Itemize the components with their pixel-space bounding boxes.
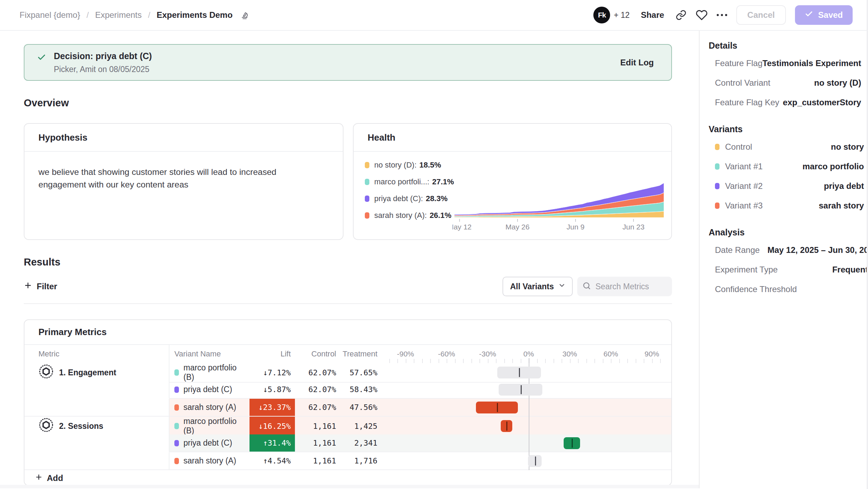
variant-swatch bbox=[174, 423, 179, 429]
variant-swatch bbox=[174, 404, 179, 411]
breadcrumb-experiments[interactable]: Experiments bbox=[95, 10, 142, 20]
lift-cell: ↓23.37% bbox=[249, 399, 295, 417]
variant-swatch bbox=[715, 203, 719, 209]
panel-row: Variant #3sarah story (A) bbox=[709, 196, 868, 215]
breadcrumb-app[interactable]: Fixpanel {demo} bbox=[20, 10, 80, 20]
column-lift: Lift bbox=[249, 345, 295, 363]
main-content: Decision: priya debt (C) Picker, Amit on… bbox=[0, 31, 699, 488]
divider bbox=[24, 303, 672, 304]
cancel-button[interactable]: Cancel bbox=[736, 5, 786, 25]
axis-tick-label: 30% bbox=[562, 350, 577, 358]
variant-name-cell: sarah story (A) bbox=[169, 452, 249, 470]
svg-text:May 26: May 26 bbox=[506, 223, 530, 231]
legend-label: sarah story (A): bbox=[374, 211, 427, 220]
treatment-cell: 47.56% bbox=[336, 399, 377, 417]
variants-filter-dropdown[interactable]: All Variants bbox=[502, 277, 573, 296]
metric-row[interactable]: 2. Sessionsmarco portfolio (B)↓16.25%1,1… bbox=[24, 417, 671, 434]
copy-link-icon[interactable] bbox=[675, 9, 687, 21]
panel-section-title: Details bbox=[709, 41, 868, 51]
overview-heading: Overview bbox=[24, 98, 672, 108]
metrics-table-body: 1. Engagementmarco portfolio (B)↓7.12%62… bbox=[24, 363, 671, 470]
svg-text:Jun 9: Jun 9 bbox=[566, 223, 584, 231]
axis-tick-label: -60% bbox=[438, 350, 455, 358]
variant-name-cell: marco portfolio (B) bbox=[169, 417, 249, 436]
metric-target-icon bbox=[38, 364, 54, 381]
metric-row[interactable]: priya debt (C)↑31.4%1,1612,341 bbox=[24, 434, 671, 452]
check-icon bbox=[37, 53, 46, 63]
breadcrumb: Fixpanel {demo} / Experiments / Experime… bbox=[20, 10, 249, 20]
control-cell: 1,161 bbox=[295, 434, 336, 452]
variant-label: priya debt (C) bbox=[183, 385, 232, 394]
panel-row: Control Variantno story (D) bbox=[709, 73, 868, 93]
health-card: Health no story (D): 18.5% marco portfol… bbox=[353, 123, 672, 240]
add-filter-button[interactable]: Filter bbox=[24, 281, 57, 292]
panel-row-value: sarah story (A) bbox=[819, 201, 868, 211]
variant-swatch bbox=[174, 369, 179, 376]
top-bar-actions: Fk + 12 Share Cancel Saved bbox=[593, 5, 853, 25]
variant-name-cell: priya debt (C) bbox=[169, 434, 249, 452]
legend-item[interactable]: no story (D): 18.5% bbox=[365, 157, 454, 173]
lift-mean-tick bbox=[519, 368, 520, 377]
legend-item[interactable]: sarah story (A): 26.1% bbox=[365, 207, 454, 224]
variant-label: sarah story (A) bbox=[183, 403, 236, 412]
treatment-cell: 1,716 bbox=[336, 452, 377, 470]
add-metric-button[interactable]: Add bbox=[35, 473, 63, 483]
panel-row: Feature FlagTestimonials Experiment bbox=[709, 54, 868, 73]
variant-swatch bbox=[715, 163, 719, 170]
microscope-icon bbox=[240, 10, 249, 20]
share-button[interactable]: Share bbox=[639, 10, 666, 20]
health-title: Health bbox=[354, 124, 671, 152]
axis-tick-label: 90% bbox=[644, 350, 659, 358]
legend-item[interactable]: marco portfoli...: 27.1% bbox=[365, 173, 454, 190]
treatment-cell: 1,425 bbox=[336, 417, 377, 436]
hypothesis-body: we believe that showing customer stories… bbox=[24, 152, 343, 191]
panel-row-value: priya debt (C) bbox=[824, 181, 868, 191]
primary-metrics-title: Primary Metrics bbox=[24, 320, 671, 345]
variant-label: marco portfolio (B) bbox=[183, 363, 249, 382]
search-metrics-input[interactable] bbox=[595, 282, 667, 292]
legend-item[interactable]: priya debt (C): 28.3% bbox=[365, 190, 454, 207]
panel-row: Feature Flag Keyexp_customerStory bbox=[709, 93, 868, 112]
more-options-icon[interactable] bbox=[717, 14, 727, 16]
legend-value: 26.1% bbox=[429, 211, 451, 220]
edit-log-button[interactable]: Edit Log bbox=[618, 57, 656, 68]
metric-row[interactable]: priya debt (C)↓5.87%62.07%58.43% bbox=[24, 381, 671, 399]
metric-row[interactable]: sarah story (A)↓23.37%62.07%47.56% bbox=[24, 399, 671, 417]
confidence-interval-cell bbox=[377, 452, 672, 470]
app-window: Fixpanel {demo} / Experiments / Experime… bbox=[0, 0, 868, 489]
variant-label: marco portfolio (B) bbox=[183, 417, 249, 435]
legend-swatch bbox=[365, 162, 369, 168]
favorite-heart-icon[interactable] bbox=[696, 9, 708, 21]
confidence-interval-cell bbox=[377, 417, 672, 436]
search-icon bbox=[582, 281, 591, 292]
saved-button[interactable]: Saved bbox=[795, 5, 853, 25]
chevron-down-icon bbox=[558, 282, 566, 291]
confidence-interval-cell bbox=[377, 399, 672, 417]
metric-row[interactable]: 1. Engagementmarco portfolio (B)↓7.12%62… bbox=[24, 363, 671, 381]
breadcrumb-current-page: Experiments Demo bbox=[157, 10, 232, 20]
variant-name-cell: marco portfolio (B) bbox=[169, 363, 249, 383]
breadcrumb-separator: / bbox=[148, 10, 151, 20]
panel-row: Controlno story (D) bbox=[709, 137, 868, 157]
column-control: Control bbox=[295, 345, 336, 363]
panel-section-title: Variants bbox=[709, 124, 868, 134]
lift-axis: -90%-60%-30%0%30%60%90% bbox=[377, 345, 672, 363]
metric-row[interactable]: sarah story (A)↑4.54%1,1611,716 bbox=[24, 452, 671, 470]
scrollbar[interactable] bbox=[867, 0, 868, 489]
panel-row-label: Variant #3 bbox=[725, 201, 763, 211]
panel-row-value: marco portfolio (B) bbox=[802, 162, 868, 171]
plus-icon bbox=[24, 281, 32, 292]
primary-metrics-card: Primary Metrics Metric Variant Name Lift… bbox=[24, 319, 672, 486]
variant-label: sarah story (A) bbox=[183, 456, 236, 466]
legend-label: priya debt (C): bbox=[374, 194, 423, 203]
treatment-cell: 58.43% bbox=[336, 381, 377, 399]
page-bottom-strip bbox=[0, 485, 699, 488]
search-metrics-box[interactable] bbox=[577, 277, 672, 296]
avatar[interactable]: Fk bbox=[593, 7, 610, 23]
collaborator-count[interactable]: + 12 bbox=[614, 10, 629, 20]
decision-title: Decision: priya debt (C) bbox=[54, 51, 152, 61]
panel-row-label: Confidence Threshold bbox=[715, 284, 797, 294]
treatment-cell: 57.65% bbox=[336, 363, 377, 383]
lift-cell: ↓7.12% bbox=[249, 363, 295, 383]
metric-name-cell bbox=[24, 434, 169, 452]
